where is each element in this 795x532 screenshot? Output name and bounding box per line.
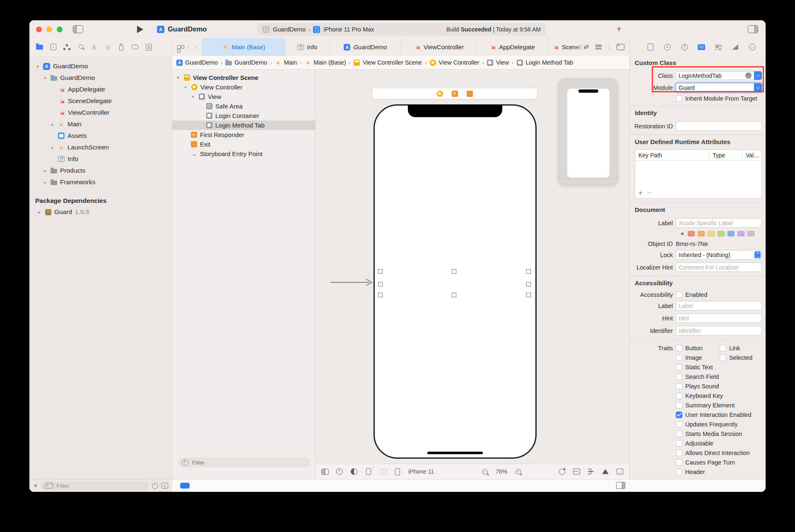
remove-attribute-button[interactable]: − (647, 189, 651, 197)
related-items-icon[interactable] (177, 46, 181, 49)
trait-selected[interactable]: Selected (720, 354, 762, 361)
breadcrumb-item-main[interactable]: Main (275, 59, 297, 66)
connections-inspector-icon[interactable] (748, 43, 756, 51)
no-color-swatch[interactable] (681, 231, 684, 237)
module-dropdown-icon[interactable] (754, 83, 762, 92)
trait-summary-element[interactable]: Summary Element (676, 402, 762, 409)
new-tab-button[interactable]: + (614, 24, 624, 34)
selection-handle-top-center[interactable] (452, 269, 456, 274)
inherit-module-checkbox[interactable] (676, 95, 682, 102)
outline-item-view-controller[interactable]: ▾View Controller (172, 82, 315, 92)
issue-navigator-icon[interactable]: ⚠ (90, 43, 98, 51)
debug-navigator-icon[interactable] (117, 43, 125, 51)
size-inspector-icon[interactable] (731, 43, 739, 51)
jump-to-class-icon[interactable] (745, 72, 752, 79)
tab-guarddemo[interactable]: GuardDemo (330, 38, 401, 56)
code-review-icon[interactable]: ⇄ (583, 43, 589, 51)
project-navigator-icon[interactable] (35, 43, 43, 51)
color-swatch-yellow[interactable] (708, 231, 715, 236)
disclosure-icon[interactable]: ▾ (190, 94, 195, 99)
class-field[interactable]: LoginMethodTab (676, 71, 762, 80)
recent-files-icon[interactable] (152, 483, 158, 489)
report-navigator-icon[interactable] (145, 43, 153, 51)
symbol-navigator-icon[interactable] (63, 43, 71, 51)
tab-main-base[interactable]: Main (Base) (202, 38, 285, 56)
accessibility-label-field[interactable]: Label (676, 301, 762, 311)
nav-item-project[interactable]: ▾GuardDemo (29, 60, 172, 72)
add-editor-icon[interactable] (617, 44, 624, 50)
scheme-project[interactable]: GuardDemo (273, 26, 306, 33)
accessibility-identifier-field[interactable]: Identifier (676, 326, 762, 335)
breadcrumb-item-view-controller[interactable]: View Controller (430, 59, 479, 66)
selection-handle-top-right[interactable] (526, 269, 531, 274)
disclosure-icon[interactable]: ▾ (176, 75, 181, 80)
color-swatch-orange[interactable] (698, 231, 705, 236)
outline-filter-field[interactable] (178, 457, 310, 467)
forward-button[interactable]: › (195, 43, 197, 51)
nav-item-frameworks[interactable]: ▸Frameworks (29, 176, 172, 188)
outline-item-exit[interactable]: Exit (172, 140, 315, 149)
trait-allows-direct-interaction[interactable]: Allows Direct Interaction (676, 450, 762, 456)
lock-stepper-icon[interactable] (754, 251, 761, 258)
view-controller-icon[interactable] (437, 91, 443, 97)
nav-item-scenedelegate[interactable]: SceneDelegate (29, 95, 172, 107)
outline-item-entry-point[interactable]: Storyboard Entry Point (172, 149, 315, 159)
module-field[interactable]: Guard (676, 83, 762, 92)
trait-causes-page-turn[interactable]: Causes Page Turn (676, 459, 762, 466)
add-file-button[interactable]: + (34, 481, 38, 490)
trait-header[interactable]: Header (676, 469, 762, 475)
identity-inspector-icon[interactable] (697, 43, 705, 51)
selection-handle-middle-right[interactable] (526, 282, 531, 286)
exit-icon[interactable] (467, 91, 473, 97)
trait-user-interaction-enabled[interactable]: User Interaction Enabled (676, 412, 762, 418)
tab-info[interactable]: Info (285, 38, 330, 56)
find-navigator-icon[interactable] (76, 43, 84, 51)
accessibility-enabled-checkbox[interactable] (676, 291, 682, 298)
attributes-inspector-icon[interactable] (714, 43, 722, 51)
nav-item-appdelegate[interactable]: AppDelegate (29, 84, 172, 95)
nav-item-guard-package[interactable]: ▸Guard1.0.5 (29, 206, 172, 218)
document-label-field[interactable]: Xcode Specific Label (676, 218, 762, 228)
trait-static-text[interactable]: Static Text (676, 364, 762, 371)
color-swatch-purple[interactable] (737, 231, 744, 236)
trait-updates-frequently[interactable]: Updates Frequently (676, 421, 762, 428)
device-label[interactable]: iPhone 11 (408, 468, 434, 475)
trait-starts-media-session[interactable]: Starts Media Session (676, 431, 762, 437)
selection-handle-bottom-center[interactable] (452, 293, 456, 297)
trait-plays-sound[interactable]: Plays Sound (676, 383, 762, 390)
accessibility-hint-field[interactable]: Hint (676, 313, 762, 323)
color-swatch-gray[interactable] (747, 231, 754, 236)
scheme-destination[interactable]: iPhone 11 Pro Max (323, 26, 374, 33)
close-window-button[interactable] (36, 26, 42, 32)
storyboard-canvas[interactable]: iPhone 11 − 76% + (316, 70, 629, 479)
zoom-level[interactable]: 76% (496, 468, 507, 475)
resolve-autolayout-icon[interactable] (602, 468, 609, 475)
bottom-right-panel-icon[interactable] (616, 482, 625, 489)
breakpoint-navigator-icon[interactable] (131, 43, 139, 51)
source-control-status-icon[interactable] (161, 483, 168, 489)
selection-handle-bottom-right[interactable] (526, 293, 531, 297)
trait-search-field[interactable]: Search Field (676, 373, 762, 380)
nav-item-group[interactable]: ▾GuardDemo (29, 72, 172, 84)
add-attribute-button[interactable]: + (638, 189, 642, 197)
align-icon[interactable] (573, 468, 580, 475)
trait-keyboard-key[interactable]: Keyboard Key (676, 392, 762, 399)
outline-item-login-method-tab[interactable]: Login Method Tab (172, 120, 315, 130)
restoration-id-field[interactable] (676, 121, 762, 131)
nav-item-launchscreen[interactable]: ▸LaunchScreen (29, 142, 172, 153)
file-inspector-icon[interactable] (646, 43, 654, 51)
first-responder-icon[interactable] (452, 91, 458, 97)
scene-header-bar[interactable] (372, 88, 537, 99)
outline-item-view[interactable]: ▾View (172, 92, 315, 101)
embed-icon[interactable] (616, 468, 624, 475)
nav-item-info[interactable]: Info (29, 153, 172, 165)
back-button[interactable]: ‹ (187, 43, 189, 51)
breadcrumb-item-scene[interactable]: View Controller Scene (354, 59, 422, 66)
disclosure-icon[interactable]: ▾ (35, 64, 40, 69)
scheme-and-status-bar[interactable]: GuardDemo › iPhone 11 Pro Max Build Succ… (258, 23, 546, 36)
outline-filter-input[interactable] (191, 459, 306, 466)
breadcrumb-item-project[interactable]: GuardDemo (176, 59, 218, 66)
source-control-navigator-icon[interactable] (49, 43, 57, 51)
help-inspector-icon[interactable] (680, 43, 688, 51)
runtime-attributes-table[interactable]: Key Path Type Val… + − (635, 149, 762, 199)
